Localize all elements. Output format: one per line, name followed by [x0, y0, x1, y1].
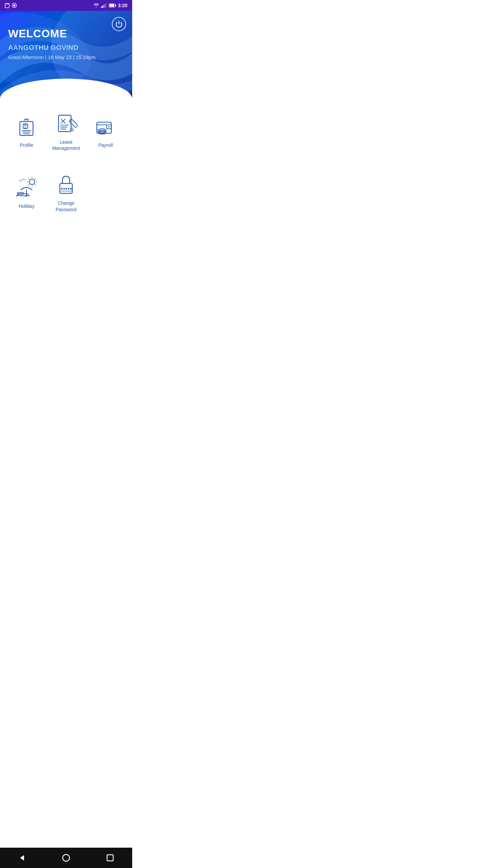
power-button[interactable]: [112, 17, 126, 31]
main-content: Profile: [0, 79, 132, 248]
svg-rect-25: [69, 119, 78, 127]
payroll-menu-item[interactable]: Payroll: [87, 106, 124, 157]
svg-line-45: [16, 195, 18, 197]
svg-point-60: [63, 854, 69, 861]
home-button[interactable]: [59, 850, 74, 865]
payroll-label: Payroll: [98, 142, 113, 148]
circle-icon: [12, 3, 17, 8]
status-time: 3:20: [118, 3, 127, 8]
svg-rect-7: [102, 5, 103, 8]
signal-icon: [101, 3, 107, 8]
recent-button[interactable]: [103, 850, 118, 865]
profile-icon: [14, 114, 39, 139]
payroll-icon: [94, 114, 118, 139]
svg-point-29: [108, 126, 109, 127]
change-password-menu-item[interactable]: Change Password: [48, 167, 84, 218]
back-button[interactable]: [15, 850, 29, 865]
svg-marker-59: [20, 855, 24, 861]
svg-line-41: [35, 179, 36, 180]
svg-point-52: [68, 188, 69, 190]
status-bar-right: 3:20: [93, 3, 127, 8]
svg-rect-6: [101, 6, 102, 8]
status-bar-left: [5, 3, 17, 8]
leave-management-label: Leave Management: [51, 139, 82, 151]
back-icon: [18, 854, 26, 862]
datetime-label: Good Afternoon | 18 May 23 | 15.19pm: [8, 54, 124, 60]
holiday-icon: [14, 175, 39, 200]
recent-icon: [106, 854, 114, 862]
svg-line-42: [28, 184, 29, 185]
profile-menu-item[interactable]: Profile: [8, 106, 45, 157]
svg-rect-9: [105, 3, 106, 8]
change-password-label: Change Password: [51, 200, 82, 212]
svg-rect-1: [6, 3, 6, 4]
change-password-icon: [54, 172, 78, 197]
status-bar: 3:20: [0, 0, 132, 11]
svg-point-50: [63, 188, 65, 190]
wifi-icon: [93, 3, 99, 8]
bottom-nav: [0, 848, 132, 868]
leave-management-icon: [54, 111, 78, 136]
leave-management-menu-item[interactable]: Leave Management: [48, 106, 84, 157]
menu-grid-row1: Profile: [2, 99, 130, 163]
hero-content: WELCOME AANGOTHU GOVIND Good Afternoon |…: [8, 28, 124, 60]
svg-line-46: [28, 195, 29, 197]
svg-rect-8: [104, 4, 105, 8]
sd-card-icon: [5, 3, 9, 8]
svg-line-40: [35, 184, 36, 185]
battery-icon: [109, 3, 116, 7]
svg-point-49: [61, 188, 63, 190]
svg-rect-3: [8, 3, 9, 4]
svg-point-51: [66, 188, 67, 190]
profile-label: Profile: [20, 142, 33, 148]
home-icon: [62, 854, 70, 862]
svg-line-39: [28, 179, 29, 180]
holiday-menu-item[interactable]: Holiday: [8, 167, 45, 218]
user-name: AANGOTHU GOVIND: [8, 44, 124, 52]
welcome-label: WELCOME: [8, 28, 124, 40]
empty-menu-slot: [87, 167, 124, 218]
svg-rect-11: [115, 5, 116, 6]
svg-point-5: [13, 4, 15, 6]
svg-point-15: [24, 124, 26, 126]
power-icon: [115, 20, 123, 28]
svg-point-34: [29, 179, 35, 185]
svg-point-53: [70, 188, 72, 190]
holiday-label: Holiday: [19, 203, 35, 209]
svg-rect-12: [109, 4, 114, 7]
svg-rect-2: [7, 3, 8, 4]
svg-rect-61: [107, 855, 113, 861]
menu-grid-row2: Holiday: [2, 163, 130, 224]
